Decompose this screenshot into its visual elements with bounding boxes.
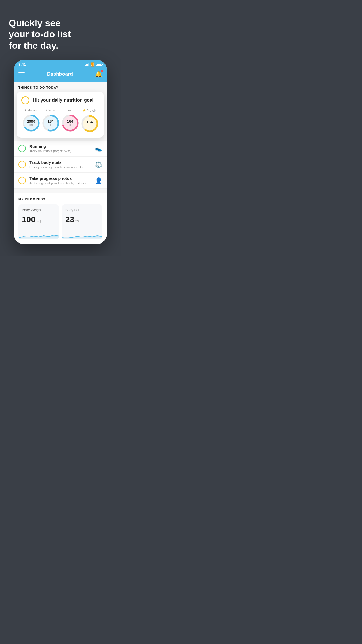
nutrition-card[interactable]: Hit your daily nutrition goal Calories 2… — [17, 92, 104, 138]
progress-title: MY PROGRESS — [18, 197, 102, 201]
running-text: Running Track your stats (target: 5km) — [29, 144, 92, 153]
donut-text: 164 g — [67, 120, 73, 127]
photos-icon: 👤 — [95, 177, 102, 184]
donut-protein: 164 g — [80, 114, 99, 133]
nutrition-item-carbs: Carbs 164 g — [41, 108, 60, 133]
donut-text: 164 g — [48, 120, 54, 127]
todo-list: Running Track your stats (target: 5km) 👟… — [14, 141, 107, 189]
svg-marker-13 — [62, 236, 102, 239]
headline-line1: Quickly see — [9, 18, 61, 28]
headline-line2: your to-do list — [9, 29, 71, 39]
progress-cards: Body Weight 100 kg Body Fat — [18, 204, 102, 239]
wifi-icon: 📶 — [90, 62, 95, 66]
status-bar: 9:41 📶 — [14, 60, 107, 68]
notification-badge — [101, 70, 103, 72]
headline: Quickly see your to-do list for the day. — [0, 0, 121, 60]
body-stats-icon: ⚖️ — [95, 161, 102, 168]
nutrition-card-title: Hit your daily nutrition goal — [33, 98, 94, 103]
sparkline — [18, 228, 59, 239]
notification-button[interactable]: 🔔 — [95, 71, 102, 78]
nutrition-item-protein: ★ Protein 164 g — [80, 108, 99, 133]
phone-mockup: 9:41 📶 Dashboard 🔔 THINGS TO DO TODAY — [14, 60, 107, 244]
list-item-photos[interactable]: Take progress photos Add images of your … — [14, 173, 107, 189]
running-title: Running — [29, 144, 92, 149]
nutrition-label: Fat — [68, 108, 73, 112]
running-icon: 👟 — [95, 145, 102, 152]
body-stats-text: Track body stats Enter your weight and m… — [29, 160, 92, 169]
donut-text: 164 g — [87, 120, 93, 127]
progress-card-body-weight[interactable]: Body Weight 100 kg — [18, 204, 59, 239]
photos-text: Take progress photos Add images of your … — [29, 176, 92, 185]
top-nav: Dashboard 🔔 — [14, 68, 107, 82]
donut-text: 2000 cal — [27, 120, 35, 127]
photos-circle — [18, 177, 26, 184]
nutrition-label: Carbs — [46, 108, 55, 112]
status-icons: 📶 — [85, 62, 102, 66]
donut-carbs: 164 g — [41, 114, 60, 132]
battery-icon — [96, 63, 102, 66]
body-stats-title: Track body stats — [29, 160, 92, 165]
phone-content: THINGS TO DO TODAY Hit your daily nutrit… — [14, 82, 107, 244]
sparkline — [62, 228, 102, 239]
progress-value: 100 kg — [22, 215, 55, 224]
nutrition-item-fat: Fat 164 g — [61, 108, 80, 133]
progress-section: MY PROGRESS Body Weight 100 kg — [14, 193, 107, 244]
nutrition-label: Calories — [25, 108, 37, 112]
photos-subtitle: Add images of your front, back, and side — [29, 181, 92, 185]
progress-num: 100 — [22, 215, 36, 224]
progress-unit: % — [75, 219, 79, 223]
running-circle — [18, 145, 26, 152]
photos-title: Take progress photos — [29, 176, 92, 181]
status-time: 9:41 — [18, 62, 26, 66]
menu-button[interactable] — [18, 72, 25, 76]
nav-title: Dashboard — [47, 71, 73, 77]
progress-card-label: Body Weight — [22, 208, 55, 212]
signal-icon — [85, 63, 89, 66]
nutrition-label-protein: ★ Protein — [83, 108, 97, 113]
headline-line3: for the day. — [9, 40, 58, 51]
svg-marker-12 — [18, 235, 59, 239]
donut-fat: 164 g — [61, 114, 80, 132]
list-item-running[interactable]: Running Track your stats (target: 5km) 👟 — [14, 141, 107, 157]
progress-unit: kg — [37, 219, 41, 223]
nutrition-circle-check — [21, 96, 29, 104]
progress-card-body-fat[interactable]: Body Fat 23 % — [62, 204, 102, 239]
section-header-today: THINGS TO DO TODAY — [14, 82, 107, 92]
body-stats-circle — [18, 161, 26, 168]
progress-card-label: Body Fat — [65, 208, 99, 212]
card-title-row: Hit your daily nutrition goal — [21, 96, 99, 104]
nutrition-item-calories: Calories 2000 cal — [22, 108, 41, 133]
progress-num: 23 — [65, 215, 74, 224]
body-stats-subtitle: Enter your weight and measurements — [29, 165, 92, 169]
list-item-body-stats[interactable]: Track body stats Enter your weight and m… — [14, 157, 107, 173]
nutrition-row: Calories 2000 cal Carbs — [21, 108, 99, 133]
running-subtitle: Track your stats (target: 5km) — [29, 149, 92, 153]
progress-value: 23 % — [65, 215, 99, 224]
donut-calories: 2000 cal — [22, 114, 41, 132]
